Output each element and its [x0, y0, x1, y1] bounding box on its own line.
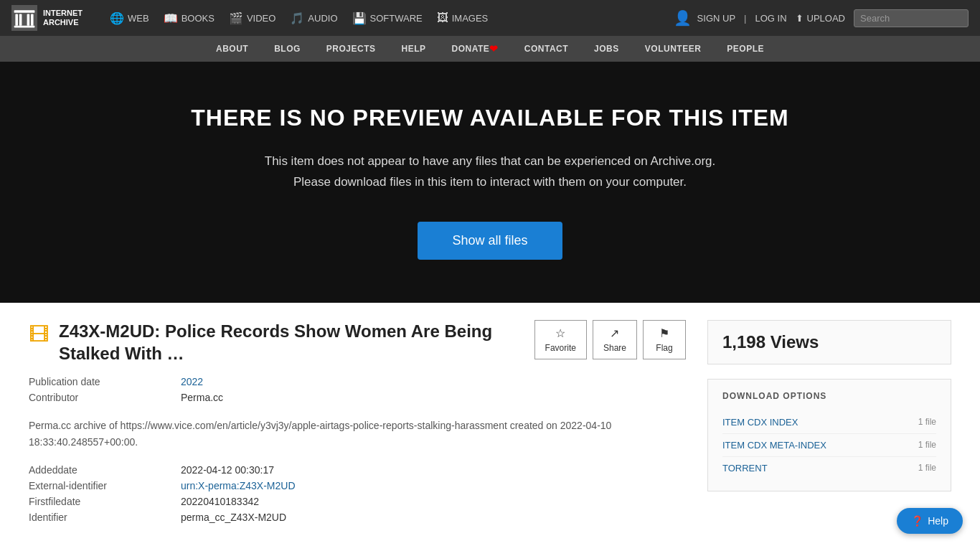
item-type-icon: 🎞: [29, 323, 49, 347]
nav-contact[interactable]: CONTACT: [512, 36, 581, 62]
item-actions: ☆ Favorite ↗ Share ⚑ Flag: [534, 320, 686, 359]
item-main: 🎞 Z43X-M2UD: Police Records Show Women A…: [29, 320, 686, 537]
flag-icon: ⚑: [659, 326, 669, 340]
archive-logo-icon: [11, 5, 37, 31]
publication-date-label: Publication date: [29, 376, 172, 387]
nav-software[interactable]: 💾 SOFTWARE: [347, 9, 428, 28]
svg-rect-4: [19, 14, 22, 26]
firstfiledate-value: 20220410183342: [181, 496, 686, 507]
search-input[interactable]: [854, 9, 969, 27]
hero-section: THERE IS NO PREVIEW AVAILABLE FOR THIS I…: [0, 62, 980, 303]
show-all-files-button[interactable]: Show all files: [418, 222, 562, 260]
svg-rect-5: [27, 14, 30, 26]
download-cdx-meta-index[interactable]: ITEM CDX META-INDEX: [722, 440, 826, 451]
nav-books[interactable]: 📖 BOOKS: [158, 9, 220, 28]
svg-rect-6: [14, 26, 35, 28]
download-row: TORRENT 1 file: [722, 457, 936, 479]
download-section: DOWNLOAD OPTIONS ITEM CDX INDEX 1 file I…: [707, 379, 951, 491]
nav-user[interactable]: 👤 SIGN UP | LOG IN: [674, 9, 787, 27]
favorite-button[interactable]: ☆ Favorite: [534, 320, 587, 359]
logo[interactable]: INTERNET ARCHIVE: [11, 5, 83, 31]
item-header: 🎞 Z43X-M2UD: Police Records Show Women A…: [29, 320, 686, 364]
addeddate-label: Addeddate: [29, 464, 172, 476]
identifier-label: Identifier: [29, 512, 172, 523]
download-row: ITEM CDX INDEX 1 file: [722, 411, 936, 434]
download-title: DOWNLOAD OPTIONS: [722, 391, 936, 401]
nav-people[interactable]: PEOPLE: [714, 36, 777, 62]
star-icon: ☆: [555, 326, 565, 340]
publication-date-value[interactable]: 2022: [181, 376, 686, 387]
logo-text: INTERNET ARCHIVE: [43, 9, 83, 27]
contributor-label: Contributor: [29, 392, 172, 403]
nav-jobs[interactable]: JOBS: [581, 36, 632, 62]
hero-subtitle: This item does not appear to have any fi…: [14, 151, 966, 193]
views-count: 1,198 Views: [722, 332, 819, 352]
nav-blog[interactable]: BLOG: [261, 36, 314, 62]
heart-icon: ❤: [489, 43, 499, 55]
item-metadata-extended: Addeddate 2022-04-12 00:30:17 External-i…: [29, 464, 686, 523]
svg-rect-1: [14, 10, 35, 13]
addeddate-value: 2022-04-12 00:30:17: [181, 464, 686, 476]
firstfiledate-label: Firstfiledate: [29, 496, 172, 507]
flag-button[interactable]: ⚑ Flag: [643, 320, 686, 359]
item-description: Perma.cc archive of https://www.vice.com…: [29, 418, 686, 450]
audio-icon: 🎵: [290, 11, 304, 25]
video-icon: 🎬: [229, 11, 243, 25]
nav-upload[interactable]: ⬆ UPLOAD: [796, 13, 845, 24]
views-box: 1,198 Views: [707, 320, 951, 364]
download-torrent-count: 1 file: [918, 463, 936, 473]
item-metadata: Publication date 2022 Contributor Perma.…: [29, 376, 686, 403]
nav-projects[interactable]: PROJECTS: [314, 36, 389, 62]
download-cdx-meta-index-count: 1 file: [918, 440, 936, 450]
download-row: ITEM CDX META-INDEX 1 file: [722, 434, 936, 457]
media-nav: 🌐 WEB 📖 BOOKS 🎬 VIDEO 🎵 AUDIO 💾 SOFTWARE…: [104, 9, 659, 28]
hero-title: THERE IS NO PREVIEW AVAILABLE FOR THIS I…: [14, 105, 966, 131]
user-icon: 👤: [674, 9, 692, 27]
books-icon: 📖: [164, 11, 178, 25]
download-cdx-index[interactable]: ITEM CDX INDEX: [722, 417, 798, 428]
images-icon: 🖼: [437, 11, 448, 24]
nav-video[interactable]: 🎬 VIDEO: [223, 9, 281, 28]
upload-icon: ⬆: [796, 13, 804, 24]
identifier-value: perma_cc_Z43X-M2UD: [181, 512, 686, 523]
nav-about[interactable]: ABOUT: [203, 36, 261, 62]
help-button[interactable]: ❓ Help: [897, 508, 963, 534]
download-torrent[interactable]: TORRENT: [722, 463, 768, 474]
external-id-label: External-identifier: [29, 480, 172, 491]
item-sidebar: 1,198 Views DOWNLOAD OPTIONS ITEM CDX IN…: [707, 320, 951, 537]
svg-rect-2: [15, 14, 18, 26]
nav-web[interactable]: 🌐 WEB: [104, 9, 155, 28]
nav-volunteer[interactable]: VOLUNTEER: [632, 36, 715, 62]
top-nav: INTERNET ARCHIVE 🌐 WEB 📖 BOOKS 🎬 VIDEO 🎵…: [0, 0, 980, 36]
nav-images[interactable]: 🖼 IMAGES: [431, 9, 494, 28]
share-icon: ↗: [610, 326, 619, 340]
svg-rect-3: [31, 14, 34, 26]
download-cdx-index-count: 1 file: [918, 417, 936, 427]
nav-audio[interactable]: 🎵 AUDIO: [284, 9, 343, 28]
contributor-value: Perma.cc: [181, 392, 686, 403]
share-button[interactable]: ↗ Share: [593, 320, 637, 359]
help-icon: ❓: [911, 515, 923, 527]
nav-donate[interactable]: DONATE ❤: [439, 36, 512, 62]
content-section: 🎞 Z43X-M2UD: Police Records Show Women A…: [0, 303, 980, 551]
nav-help[interactable]: HELP: [389, 36, 439, 62]
software-icon: 💾: [352, 11, 367, 25]
external-id-value[interactable]: urn:X-perma:Z43X-M2UD: [181, 480, 686, 491]
item-title: Z43X-M2UD: Police Records Show Women Are…: [59, 320, 524, 364]
nav-right: 👤 SIGN UP | LOG IN ⬆ UPLOAD: [674, 9, 969, 27]
web-icon: 🌐: [110, 11, 124, 25]
secondary-nav: ABOUT BLOG PROJECTS HELP DONATE ❤ CONTAC…: [0, 36, 980, 62]
